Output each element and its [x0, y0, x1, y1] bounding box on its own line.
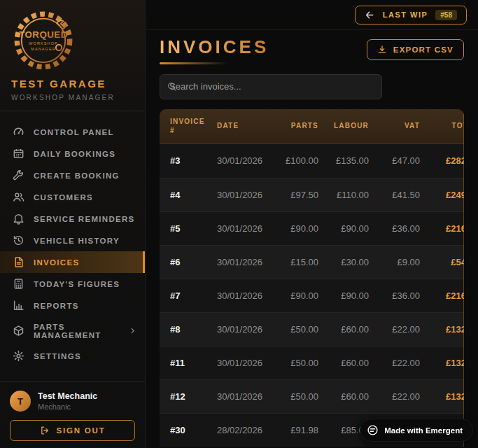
export-csv-button[interactable]: EXPORT CSV [367, 39, 464, 60]
table-row-invoice-7[interactable]: #730/01/2026£90.00£90.00£36.00£216.00 [160, 279, 464, 312]
last-wip-badge: #58 [435, 10, 457, 20]
sidebar-item-label: CREATE BOOKING [34, 172, 120, 180]
cell-labour: £110.00 [318, 190, 369, 200]
logo-title: TORQUED [19, 29, 68, 40]
torqued-logo: TORQUED WORKSHOP MANAGER [11, 7, 76, 71]
column-header-total: TOTAL [420, 121, 464, 131]
sidebar-item-label: TODAY'S FIGURES [34, 280, 120, 288]
cell-vat: £22.00 [369, 324, 420, 335]
cell-total: £249.00 [420, 190, 464, 200]
cell-parts: £50.00 [279, 358, 318, 368]
box-icon [13, 325, 24, 337]
table-row-invoice-5[interactable]: #530/01/2026£90.00£90.00£36.00£216.00 [160, 211, 464, 245]
wrench-icon [13, 169, 24, 181]
topbar: LAST WIP #58 [146, 0, 478, 30]
cell-parts: £90.00 [279, 290, 318, 301]
cell-total: £54.00 [420, 257, 464, 267]
invoice-icon [13, 256, 24, 268]
sidebar-item-today-s-figures[interactable]: TODAY'S FIGURES [0, 273, 145, 295]
cell-invoice: #11 [160, 358, 209, 368]
chart-icon [13, 300, 24, 312]
sign-out-icon [40, 426, 50, 435]
brand-section: TORQUED WORKSHOP MANAGER TEST GARAGE WOR… [0, 0, 145, 111]
column-header-date: DATE [209, 121, 279, 131]
sign-out-button[interactable]: SIGN OUT [10, 420, 135, 441]
page-title: INVOICES [160, 37, 269, 57]
sidebar-item-invoices[interactable]: INVOICES [0, 251, 145, 273]
cell-date: 30/01/2026 [209, 391, 279, 402]
sidebar-item-label: DAILY BOOKINGS [34, 150, 115, 158]
sidebar-item-daily-bookings[interactable]: DAILY BOOKINGS [0, 143, 145, 164]
cell-parts: £97.50 [279, 190, 318, 200]
column-header-vat: VAT [369, 121, 420, 131]
table-row-invoice-12[interactable]: #1230/01/2026£50.00£60.00£22.00£132.00 [160, 379, 464, 413]
cell-total: £132.00 [420, 358, 464, 368]
main-area: LAST WIP #58 INVOICES EXPORT CSV INVOICE… [146, 0, 478, 448]
emergent-logo-icon [367, 424, 379, 436]
column-header-labour: LABOUR [318, 121, 369, 131]
cell-date: 30/01/2026 [209, 358, 279, 368]
cell-labour: £135.00 [318, 155, 369, 166]
cell-date: 30/01/2026 [209, 190, 279, 200]
search-input[interactable] [160, 74, 382, 99]
users-icon [13, 191, 24, 203]
cell-total: £132.00 [420, 324, 464, 335]
table-row-invoice-3[interactable]: #330/01/2026£100.00£135.00£47.00£282.00 [160, 144, 464, 178]
cell-labour: £60.00 [318, 391, 369, 402]
table-header-row: INVOICE #DATEPARTSLABOURVATTOTAL [160, 109, 464, 144]
sidebar-item-create-booking[interactable]: CREATE BOOKING [0, 164, 145, 186]
cell-labour: £90.00 [318, 223, 369, 234]
logo-subtitle-1: WORKSHOP [29, 41, 58, 46]
cell-parts: £91.98 [279, 425, 318, 435]
last-wip-button[interactable]: LAST WIP #58 [355, 6, 467, 24]
cell-vat: £47.00 [369, 155, 420, 166]
sidebar-item-customers[interactable]: CUSTOMERS [0, 186, 145, 208]
cell-vat: £22.00 [369, 391, 420, 402]
export-csv-label: EXPORT CSV [393, 46, 454, 54]
cell-parts: £100.00 [279, 155, 318, 166]
table-row-invoice-4[interactable]: #430/01/2026£97.50£110.00£41.50£249.00 [160, 178, 464, 211]
sidebar-item-label: CONTROL PANEL [34, 128, 114, 136]
sidebar-item-control-panel[interactable]: CONTROL PANEL [0, 121, 145, 143]
table-row-invoice-8[interactable]: #830/01/2026£50.00£60.00£22.00£132.00 [160, 312, 464, 346]
cell-total: £216.00 [420, 290, 464, 301]
cell-parts: £50.00 [279, 324, 318, 335]
cell-invoice: #7 [160, 290, 209, 301]
calendar-icon [13, 148, 24, 160]
arrow-left-icon [365, 10, 375, 20]
cell-vat: £36.00 [369, 290, 420, 301]
invoices-content: INVOICES EXPORT CSV INVOICE #DATEPARTSLA… [146, 30, 478, 448]
cell-labour: £60.00 [318, 358, 369, 368]
made-with-emergent-badge[interactable]: Made with Emergent [360, 419, 473, 442]
cell-labour: £30.00 [318, 257, 369, 267]
logo-subtitle-2: MANAGER [31, 47, 56, 51]
cell-invoice: #6 [160, 257, 209, 267]
sidebar-item-reports[interactable]: REPORTS [0, 295, 145, 316]
sign-out-label: SIGN OUT [57, 426, 106, 435]
made-with-emergent-label: Made with Emergent [384, 426, 463, 435]
table-row-invoice-6[interactable]: #630/01/2026£15.00£30.00£9.00£54.00 [160, 245, 464, 279]
cell-total: £282.00 [420, 155, 464, 166]
title-underline [160, 62, 228, 64]
cell-vat: £41.50 [369, 190, 420, 200]
column-header-invoice: INVOICE # [160, 117, 209, 136]
user-name: Test Mechanic [38, 391, 97, 401]
cell-invoice: #12 [160, 391, 209, 402]
sidebar-item-parts-management[interactable]: PARTS MANAGEMENT [0, 320, 145, 342]
invoices-table: INVOICE #DATEPARTSLABOURVATTOTAL #330/01… [160, 109, 464, 447]
cell-total: £216.00 [420, 223, 464, 234]
user-role: Mechanic [38, 402, 97, 411]
sidebar-item-label: PARTS MANAGEMENT [34, 323, 120, 340]
cell-invoice: #30 [160, 425, 209, 435]
last-wip-label: LAST WIP [383, 10, 428, 19]
sidebar-item-service-reminders[interactable]: SERVICE REMINDERS [0, 208, 145, 230]
cell-invoice: #4 [160, 190, 209, 200]
cell-vat: £22.00 [369, 358, 420, 368]
sidebar-item-settings[interactable]: SETTINGS [0, 345, 145, 367]
garage-role: WORKSHOP MANAGER [11, 94, 134, 105]
table-body: #330/01/2026£100.00£135.00£47.00£282.00#… [160, 144, 464, 447]
sidebar: TORQUED WORKSHOP MANAGER TEST GARAGE WOR… [0, 0, 146, 448]
sidebar-item-vehicle-history[interactable]: VEHICLE HISTORY [0, 230, 145, 251]
bell-icon [13, 213, 24, 225]
table-row-invoice-11[interactable]: #1130/01/2026£50.00£60.00£22.00£132.00 [160, 346, 464, 379]
